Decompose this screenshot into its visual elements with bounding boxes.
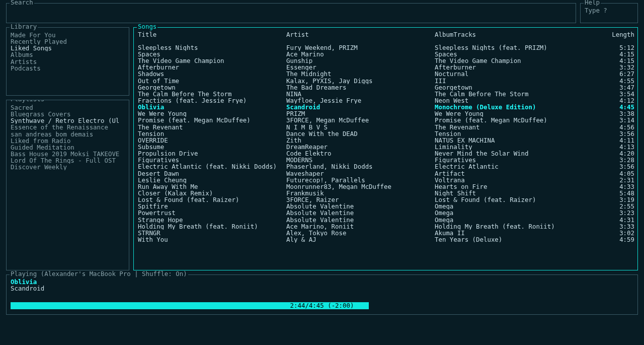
song-title: Georgetown [138,84,286,91]
col-artist[interactable]: Artist [286,32,435,44]
song-row[interactable]: STRNGRAlex, Tokyo RoseAkuma II3:02 [138,230,634,236]
library-item[interactable]: Artists [11,58,125,65]
song-artist: MODERNS [286,157,435,163]
song-length: 3:54 [583,91,634,97]
song-album: Afterburner [435,64,583,71]
now-playing-artist: Scandroid [11,286,633,292]
library-item[interactable]: Made For You [11,32,125,38]
song-album: Hearts on Fire [435,183,583,190]
library-item[interactable]: Podcasts [11,65,125,72]
song-row[interactable]: Promise (feat. Megan McDuffee)3FORCE, Me… [138,117,634,123]
song-artist: Futurecop!, Parallels [286,177,435,183]
song-length: 2:31 [583,177,634,183]
song-length: 3:32 [583,64,634,71]
song-row[interactable]: ShadowsThe MidnightNocturnal6:27 [138,71,634,77]
song-row[interactable]: FigurativesMODERNSFiguratives3:28 [138,157,634,163]
song-row[interactable]: GeorgetownThe Bad DreamersGeorgetown3:47 [138,84,634,91]
song-artist: Dance With the DEAD [286,130,435,137]
song-row[interactable]: Desert DawnWaveshaperArtifact4:05 [138,170,634,177]
song-length: 2:55 [583,203,634,210]
library-item[interactable]: Liked Songs [11,45,125,51]
song-row[interactable]: ObliviaScandroidMonochrome (Deluxe Editi… [138,104,634,110]
song-row[interactable]: Fractions (feat. Jessie Frye)Wayfloe, Je… [138,97,634,104]
playlist-item[interactable]: Essence of the Renaissance [11,124,125,130]
song-album: Monochrome (Deluxe Edition) [435,104,583,110]
song-row[interactable]: With YouAly & AJTen Years (Deluxe)4:59 [138,236,634,243]
playlists-box: Playlists SacredBluegrass CoversSynthwav… [6,100,129,270]
help-title: Help [584,0,601,6]
song-row[interactable]: Sleepless NightsFury Weekend, PRIZMSleep… [138,44,634,51]
song-row[interactable]: Propulsion DriveCode ElektroNever Mind t… [138,150,634,157]
library-item[interactable]: Albums [11,51,125,58]
song-row[interactable]: We Were YoungPRIZMWe Were Young3:38 [138,110,634,117]
song-row[interactable]: SpacesAce MarinoSpaces4:15 [138,51,634,57]
song-title: Sleepless Nights [138,44,286,51]
song-row[interactable]: Strange HopeAbsolute ValentineOmega4:31 [138,217,634,223]
playlist-item[interactable]: Bluegrass Covers [11,111,125,117]
song-row[interactable]: Lost & Found (feat. Raizer)3FORCE, Raize… [138,196,634,203]
playing-title: Playing (Alexander's MacBook Pro | Shuff… [10,271,188,278]
song-row[interactable]: SubsumeDreamReaperLiminality4:13 [138,144,634,150]
search-box[interactable]: Search [6,3,576,23]
song-title: Oblivia [138,104,286,110]
col-title[interactable]: Title [138,32,286,44]
progress-bar[interactable]: 2:44/4:45 (-2:00) [11,302,633,309]
song-title: OVERRIDE [138,137,286,144]
song-album: We Were Young [435,110,583,117]
song-title: Afterburner [138,64,286,71]
song-row[interactable]: Run Away With MeMoonrunner83, Megan McDu… [138,183,634,190]
song-artist: Frankmusik [286,190,435,196]
song-row[interactable]: Leslie CheungFuturecop!, ParallelsVoltra… [138,177,634,183]
playlist-item[interactable]: Liked from Radio [11,137,125,144]
song-album: Akuma II [435,230,583,236]
song-artist: DreamReaper [286,144,435,150]
playlist-item[interactable]: Sacred [11,104,125,111]
song-title: Shadows [138,71,286,77]
song-length: 3:56 [583,130,634,137]
song-title: Spaces [138,51,286,57]
song-length: 4:20 [583,150,634,157]
song-artist: The Bad Dreamers [286,84,435,91]
col-album[interactable]: AlbumTracks [435,32,583,44]
playlist-item[interactable]: Guided Meditation [11,144,125,151]
playlist-item[interactable]: Synthwave / Retro Electro (Ul [11,117,125,124]
song-row[interactable]: The Video Game ChampionGunshipThe Video … [138,57,634,64]
song-row[interactable]: SpitfireAbsolute ValentineOmega2:55 [138,203,634,210]
song-row[interactable]: Out of TimeKalax, PYXIS, Jay DiggsIII4:5… [138,78,634,84]
playlists-title: Playlists [10,100,45,103]
song-artist: Ace Marino [286,51,435,57]
song-artist: Aly & AJ [286,236,435,243]
col-length[interactable]: Length [583,32,634,44]
song-album: The Calm Before The Storm [435,91,583,97]
song-row[interactable]: AfterburnerEssengerAfterburner3:32 [138,64,634,71]
song-row[interactable]: The RevenantN I M B V SThe Revenant4:56 [138,124,634,130]
song-album: Nocturnal [435,71,583,77]
playlist-item[interactable]: Lord Of The Rings - Full OST [11,157,125,164]
playlists-list: SacredBluegrass CoversSynthwave / Retro … [11,104,125,170]
song-row[interactable]: The Calm Before The StormNINAThe Calm Be… [138,91,634,97]
song-artist: The Midnight [286,71,435,77]
song-row[interactable]: Holding My Breath (feat. Roniit)Ace Mari… [138,223,634,230]
song-length: 3:19 [583,196,634,203]
song-title: Desert Dawn [138,170,286,177]
song-title: Electric Atlantic (feat. Nikki Dodds) [138,163,286,170]
library-list: Made For YouRecently PlayedLiked SongsAl… [11,32,125,72]
song-row[interactable]: Closer (Kalax Remix)FrankmusikNight Shif… [138,190,634,196]
song-row[interactable]: PowertrustAbsolute ValentineOmega3:23 [138,210,634,216]
song-artist: Wayfloe, Jessie Frye [286,97,435,104]
song-album: Georgetown [435,84,583,91]
library-item[interactable]: Recently Played [11,38,125,45]
song-artist: NINA [286,91,435,97]
song-album: Tension [435,130,583,137]
song-row[interactable]: Electric Atlantic (feat. Nikki Dodds)Pha… [138,163,634,170]
songs-header-row: Title Artist AlbumTracks Length [138,32,634,44]
song-row[interactable]: TensionDance With the DEADTension3:56 [138,130,634,137]
playlist-item[interactable]: Bass House 2019 Moksi TAKEOVE [11,151,125,157]
search-input[interactable] [11,8,572,20]
playlist-item[interactable]: Discover Weekly [11,164,125,170]
song-title: Lost & Found (feat. Raizer) [138,196,286,203]
song-title: Tension [138,130,286,137]
playlist-item[interactable]: san andreas bom demais [11,131,125,137]
song-length: 4:45 [583,104,634,110]
song-row[interactable]: OVERRIDEZithNATUS EX MACHINA4:11 [138,137,634,144]
